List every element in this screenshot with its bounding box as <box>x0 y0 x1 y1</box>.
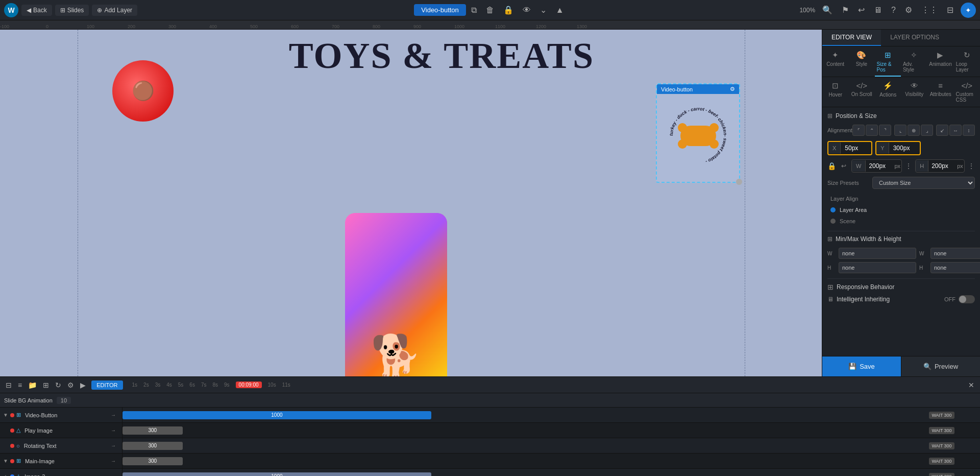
grid-icon[interactable]: ⋮⋮ <box>919 3 940 17</box>
nav-attributes[interactable]: ≡ Attributes <box>927 77 954 107</box>
folder-icon[interactable]: 📁 <box>27 379 38 391</box>
height-input[interactable] <box>928 160 954 172</box>
minmax-expand-icon[interactable]: ⊞ <box>827 235 832 243</box>
presets-select[interactable]: Custom Size <box>872 177 975 189</box>
width-more-icon[interactable]: ⋮ <box>905 162 912 170</box>
align-spread-v[interactable]: ↕ <box>963 125 975 136</box>
nav-actions[interactable]: ⚡ Actions <box>875 77 901 107</box>
minmax-h-min-input[interactable] <box>839 262 916 273</box>
nav-on-scroll[interactable]: </> On Scroll <box>849 77 875 107</box>
align-left-mid[interactable]: ⌞ <box>894 125 906 136</box>
toggle-track[interactable] <box>959 295 975 303</box>
minmax-h-max-input[interactable] <box>930 262 980 273</box>
add-layer-button[interactable]: ⊕ Add Layer <box>92 5 137 16</box>
minmax-w-min-input[interactable] <box>839 248 916 259</box>
refresh-icon[interactable]: ↻ <box>54 379 63 391</box>
intelligent-toggle[interactable]: OFF <box>944 295 975 303</box>
align-left-bot[interactable]: ↙ <box>936 125 948 136</box>
nav-loop-layer[interactable]: ↻ Loop Layer <box>954 46 980 77</box>
width-input[interactable] <box>866 160 891 172</box>
nav-custom-css[interactable]: </> Custom CSS <box>954 77 981 107</box>
current-time-display: 00:09:00 <box>236 382 262 388</box>
back-button[interactable]: ◀ Back <box>21 5 52 16</box>
preview-icon: 🔍 <box>923 363 932 370</box>
grid-small-icon[interactable]: ⊞ <box>41 379 51 391</box>
undo-icon[interactable]: ↩ <box>856 3 867 17</box>
nav-animation[interactable]: ▶ Animation <box>927 46 953 77</box>
align-right-mid[interactable]: ⌟ <box>921 125 933 136</box>
timeline: ⊟ ≡ 📁 ⊞ ↻ ⚙ ▶ EDITOR 1s 2s 3s 4s 5s 6s 7… <box>0 376 980 476</box>
ruler-tick: 800 <box>373 24 380 29</box>
track-bar[interactable]: 300 <box>122 457 183 465</box>
flag-icon[interactable]: ⚑ <box>840 3 851 17</box>
y-input[interactable] <box>889 142 920 154</box>
desktop-icon[interactable]: 🖥 <box>872 4 884 17</box>
nav-adv-style[interactable]: ✧ Adv. Style <box>901 46 927 77</box>
scene-item[interactable]: Scene <box>827 217 975 226</box>
align-left-top[interactable]: ⌜ <box>852 125 865 136</box>
align-center-top[interactable]: ⌃ <box>866 125 878 136</box>
track-bar[interactable]: 1000 <box>122 472 431 477</box>
video-button-settings-icon[interactable]: ⚙ <box>730 86 735 92</box>
tab-layer-options[interactable]: LAYER OPTIONS <box>881 30 948 46</box>
help-icon[interactable]: ? <box>889 4 898 17</box>
x-label: X <box>828 142 841 154</box>
align-spread-h[interactable]: ↔ <box>949 125 962 136</box>
ruler-tick: 500 <box>250 24 258 29</box>
list-icon[interactable]: ≡ <box>16 379 23 391</box>
minmax-w-max-input[interactable] <box>930 248 980 259</box>
canvas-title: TOYS & TREATS <box>289 35 594 77</box>
settings-icon[interactable]: ⚙ <box>903 3 914 17</box>
track-bar[interactable]: 1000 <box>122 411 431 419</box>
expand-icon[interactable]: ▲ <box>554 4 566 17</box>
nav-hover[interactable]: ⊡ Hover <box>822 77 849 107</box>
nav-content[interactable]: ✦ Content <box>822 46 848 77</box>
track-type-icon: ○ <box>16 443 20 449</box>
preview-button[interactable]: 🔍 Preview <box>901 356 980 376</box>
visibility-icon[interactable]: 👁 <box>521 4 533 17</box>
nav-visibility[interactable]: 👁 Visibility <box>901 77 928 107</box>
track-rotating-text: ○ Rotating Text → 300 WAIT 300 <box>0 438 980 454</box>
zoom-icon[interactable]: 🔍 <box>820 3 835 17</box>
intelligent-label-area: 🖥 Intelligent Inheriting <box>827 296 890 303</box>
track-expand-icon[interactable]: ▲ <box>3 473 8 476</box>
timeline-header: ⊟ ≡ 📁 ⊞ ↻ ⚙ ▶ EDITOR 1s 2s 3s 4s 5s 6s 7… <box>0 377 980 393</box>
settings2-icon[interactable]: ⚙ <box>66 379 76 391</box>
resize-handle[interactable] <box>736 179 742 185</box>
canvas-bg: TOYS & TREATS 🟤 🐕 Video-button ⚙ <box>0 30 822 376</box>
layers-icon[interactable]: ⊟ <box>4 379 13 391</box>
save-button[interactable]: 💾 Save <box>822 356 901 376</box>
close-timeline-icon[interactable]: ✕ <box>967 379 976 391</box>
layer-name-pill[interactable]: Video-button <box>414 4 466 16</box>
wp-logo-icon[interactable]: W <box>4 3 18 17</box>
canvas-area[interactable]: TOYS & TREATS 🟤 🐕 Video-button ⚙ <box>0 30 822 376</box>
video-button-layer[interactable]: Video-button ⚙ turkey - duck - carrot - … <box>656 83 740 183</box>
tab-editor-view[interactable]: EDITOR VIEW <box>822 30 881 46</box>
divider-2 <box>827 278 975 279</box>
panel-icon[interactable]: ⊟ <box>945 3 955 17</box>
align-center-mid[interactable]: ⊕ <box>908 125 920 136</box>
track-bar[interactable]: 300 <box>122 426 183 435</box>
reset-icon[interactable]: ↩ <box>839 160 848 172</box>
dropdown-icon[interactable]: ⌄ <box>538 3 549 17</box>
track-bar[interactable]: 300 <box>122 442 183 450</box>
user-avatar[interactable]: ✦ <box>961 3 976 18</box>
delete-icon[interactable]: 🗑 <box>484 4 496 17</box>
y-label: Y <box>876 142 889 154</box>
align-right-top[interactable]: ⌝ <box>879 125 891 136</box>
wait-label: WAIT <box>932 474 943 477</box>
height-more-icon[interactable]: ⋮ <box>968 162 975 170</box>
nav-style[interactable]: 🎨 Style <box>848 46 874 77</box>
duplicate-icon[interactable]: ⧉ <box>469 4 479 17</box>
expand-section-icon[interactable]: ⊞ <box>827 112 832 120</box>
nav-size-pos[interactable]: ⊞ Size & Pos <box>875 46 901 77</box>
lock-size-icon[interactable]: 🔒 <box>827 162 836 170</box>
layer-area-dot <box>830 207 836 212</box>
x-input[interactable] <box>841 142 871 154</box>
track-expand-icon[interactable]: ▼ <box>3 458 8 464</box>
play-icon[interactable]: ▶ <box>79 379 87 391</box>
layer-area-item[interactable]: Layer Area <box>827 205 975 215</box>
track-expand-icon[interactable]: ▼ <box>3 412 8 418</box>
lock-icon[interactable]: 🔒 <box>501 3 516 17</box>
slides-button[interactable]: ⊞ Slides <box>55 5 89 16</box>
